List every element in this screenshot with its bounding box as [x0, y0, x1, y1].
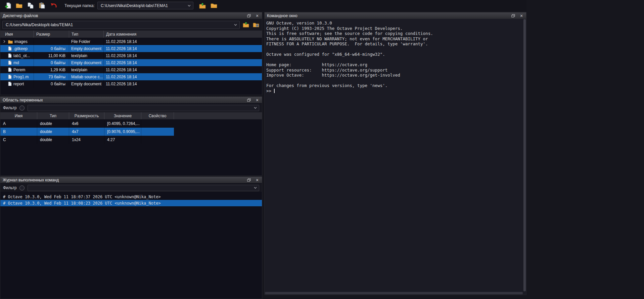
filter-combobox[interactable] — [28, 105, 259, 111]
command-window-titlebar[interactable]: Командное окно × — [265, 12, 526, 19]
file-row[interactable]: .gitkeep 0 байты Empty document 11.02.20… — [0, 45, 262, 52]
variable-type: double — [37, 128, 69, 136]
variable-name: B — [0, 128, 37, 136]
variable-attribute — [141, 128, 174, 136]
file-row[interactable]: images File Folder 11.02.2026 18:14 — [0, 38, 262, 45]
copy-button[interactable] — [26, 1, 35, 10]
filter-label: Фильтр — [3, 105, 16, 110]
vertical-scrollbar[interactable] — [523, 19, 526, 292]
file-row[interactable]: Perem 1,29 KiB text/plain 11.02.2026 18:… — [0, 66, 262, 73]
variable-row[interactable]: A double 4x6 [0.4095, 0.7264,... — [0, 120, 174, 128]
tree-expand-icon[interactable] — [2, 40, 6, 43]
workspace-titlebar[interactable]: Область переменных × — [0, 97, 262, 103]
panel-title: Командное окно — [267, 13, 511, 18]
workspace-header-row: Имя Тип Размерность Значение Свойство — [0, 112, 262, 120]
command-history-titlebar[interactable]: Журнал выполненных команд × — [0, 177, 262, 183]
close-icon[interactable]: × — [255, 13, 260, 18]
column-header[interactable]: Значение — [104, 112, 141, 119]
filter-combobox[interactable] — [28, 185, 259, 191]
variable-dims: 4x7 — [69, 128, 104, 136]
folder-up-button[interactable] — [198, 1, 207, 10]
file-name: Prog1.m — [13, 75, 29, 79]
file-type: Empty document — [69, 45, 104, 52]
close-icon[interactable]: × — [519, 13, 524, 18]
file-date: 11.02.2026 18:14 — [104, 45, 262, 52]
undo-icon — [50, 3, 57, 8]
file-row[interactable]: report 0 байты Empty document 11.02.2026… — [0, 80, 262, 87]
variable-row[interactable]: C double 1x24 4:27 — [0, 136, 174, 144]
command-window-output[interactable]: GNU Octave, version 10.3.0 Copyright (C)… — [265, 19, 523, 292]
history-entry[interactable]: # Octave 10.3.0, Wed Feb 11 18:08:23 202… — [0, 200, 262, 206]
column-header[interactable]: Имя — [0, 31, 34, 38]
variable-dims: 4x6 — [69, 120, 104, 128]
undo-button[interactable] — [49, 1, 58, 10]
file-type: File Folder — [69, 38, 104, 45]
browse-folder-button[interactable] — [210, 1, 218, 10]
variable-value: [0.4095, 0.7264,... — [104, 120, 141, 128]
undock-icon[interactable] — [246, 178, 251, 182]
file-name: md — [13, 60, 19, 65]
file-row[interactable]: Prog1.m 73 байты Matlab source c... 11.0… — [0, 73, 262, 80]
file-size: 1,29 KiB — [34, 66, 69, 73]
panel-title: Область переменных — [3, 98, 246, 102]
file-browser-header-row: Имя Размер Тип Дата изменения — [0, 31, 262, 38]
scrollbar-thumb[interactable] — [523, 19, 526, 291]
column-header[interactable]: Размерность — [69, 112, 104, 119]
open-file-button[interactable] — [15, 1, 24, 10]
file-browser-path-row: C:/Users/Nika/Desktop/it-labs/TEMA1 — [0, 19, 262, 31]
undock-icon[interactable] — [246, 13, 251, 18]
file-row[interactable]: md 0 байты Empty document 11.02.2026 18:… — [0, 59, 262, 66]
close-icon[interactable]: × — [255, 98, 260, 102]
file-size: 73 байты — [34, 73, 69, 80]
variable-row[interactable]: B double 4x7 [0.9076, 0.9095,... — [0, 128, 174, 136]
history-filter-row: Фильтр — [0, 184, 262, 192]
command-window-text: GNU Octave, version 10.3.0 Copyright (C)… — [265, 19, 523, 88]
variable-dims: 1x24 — [69, 136, 104, 144]
file-icon — [8, 82, 12, 86]
undock-icon[interactable] — [246, 98, 251, 102]
file-name: Perem — [13, 68, 25, 72]
file-browser-path-combobox[interactable]: C:/Users/Nika/Desktop/it-labs/TEMA1 — [2, 21, 240, 29]
column-header[interactable]: Тип — [37, 112, 69, 119]
file-row[interactable]: lab1_ot... 11,00 KiB text/plain 11.02.20… — [0, 52, 262, 59]
panel-title: Журнал выполненных команд — [3, 178, 246, 182]
file-size: 0 байты — [34, 45, 69, 52]
file-icon — [8, 75, 12, 79]
file-icon — [8, 60, 12, 65]
history-entry[interactable]: # Octave 10.3.0, Wed Feb 11 18:07:37 202… — [0, 194, 262, 200]
paste-icon — [39, 2, 45, 9]
file-name: lab1_ot... — [13, 53, 30, 58]
column-header[interactable]: Дата изменения — [104, 31, 262, 38]
file-name: images — [14, 39, 28, 44]
file-browser-titlebar[interactable]: Диспетчер файлов × — [0, 12, 262, 19]
filter-checkbox[interactable] — [19, 185, 25, 190]
prompt-label: >> — [266, 88, 271, 94]
close-icon[interactable]: × — [255, 178, 260, 182]
column-header[interactable]: Тип — [69, 31, 104, 38]
file-type: Matlab source c... — [69, 73, 104, 80]
scrollbar-thumb[interactable] — [265, 292, 523, 294]
file-name: .gitkeep — [13, 46, 28, 51]
variable-attribute — [141, 136, 174, 144]
file-icon — [8, 53, 12, 58]
chevron-down-icon — [254, 187, 257, 189]
undock-icon[interactable] — [511, 13, 515, 18]
command-prompt-line[interactable]: >> — [265, 88, 523, 94]
file-size: 11,00 KiB — [34, 52, 69, 59]
file-type: text/plain — [69, 52, 104, 59]
horizontal-scrollbar[interactable] — [265, 292, 523, 295]
filter-checkbox[interactable] — [19, 105, 25, 111]
column-header[interactable]: Размер — [34, 31, 69, 38]
file-date: 11.02.2026 18:14 — [104, 59, 262, 66]
column-header[interactable]: Имя — [0, 112, 37, 119]
new-script-button[interactable] — [3, 1, 12, 10]
current-folder-combobox[interactable]: C:\Users\Nika\Desktop\it-labs\TEMA1 — [97, 2, 193, 9]
paste-button[interactable] — [38, 1, 46, 10]
directory-up-button[interactable] — [242, 21, 250, 29]
folder-actions-button[interactable] — [252, 21, 260, 29]
chevron-down-icon — [234, 24, 237, 26]
file-date: 11.02.2026 18:14 — [104, 66, 262, 73]
folder-icon — [8, 40, 13, 44]
file-date: 11.02.2026 18:14 — [104, 80, 262, 87]
column-header[interactable]: Свойство — [141, 112, 174, 119]
